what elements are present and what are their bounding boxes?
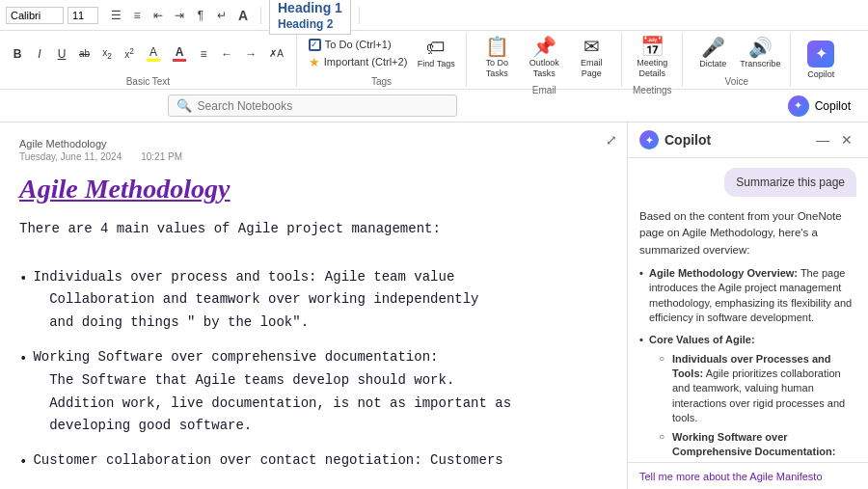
- transcribe-icon: 🔊: [748, 38, 773, 57]
- italic-button[interactable]: I: [30, 45, 49, 63]
- ribbon-main: B I U ab x2 x2 A A ≡ ← → ✗A Basic Tex: [0, 31, 868, 89]
- bullet-item-3: • Customer collaboration over contact ne…: [19, 449, 608, 475]
- copilot-content: ✦ Copilot: [799, 33, 843, 87]
- bullet-text-1: Individuals over process and tools: Agil…: [33, 266, 608, 335]
- dictate-button[interactable]: 🎤 Dictate: [691, 34, 735, 73]
- superscript-button[interactable]: x2: [120, 44, 139, 62]
- sub-2-label: Working Software over Comprehensive Docu…: [672, 431, 835, 457]
- tags-content: To Do (Ctrl+1) ★ Important (Ctrl+2) 🏷 Fi…: [305, 33, 459, 74]
- copilot-minimize-button[interactable]: —: [812, 130, 833, 149]
- copilot-footer-link[interactable]: Tell me more about the Agile Manifesto: [628, 462, 868, 489]
- summarize-bubble[interactable]: Summarize this page: [724, 168, 856, 197]
- bullets-icon[interactable]: ☰: [106, 6, 125, 25]
- decrease-indent-icon[interactable]: ⇤: [149, 6, 168, 25]
- copilot-title-label: Copilot: [665, 132, 711, 148]
- find-tags-button[interactable]: 🏷 Find Tags: [414, 34, 458, 73]
- transcribe-button[interactable]: 🔊 Transcribe: [738, 34, 782, 73]
- star-icon: ★: [309, 55, 320, 69]
- bullet-item-2: • Working Software over comprehensive do…: [19, 346, 608, 438]
- checkbox-icon: [309, 39, 321, 51]
- copilot-body: Summarize this page Based on the content…: [628, 158, 868, 462]
- microphone-icon: 🎤: [701, 38, 725, 57]
- email-page-label: Email Page: [571, 58, 611, 79]
- todo-button[interactable]: To Do (Ctrl+1): [305, 38, 412, 52]
- note-date-value: Tuesday, June 11, 2024: [19, 151, 122, 162]
- bullet-dot-2: •: [19, 348, 27, 438]
- copilot-ribbon-button[interactable]: ✦ Copilot: [799, 37, 843, 84]
- highlight-button[interactable]: A: [142, 43, 165, 64]
- find-tags-label: Find Tags: [418, 59, 455, 69]
- font-size-selector[interactable]: [68, 7, 98, 24]
- note-time-value: 10:21 PM: [141, 151, 182, 162]
- sub-item-1: Individuals over Processes and Tools: Ag…: [659, 352, 856, 426]
- todo-page-icon: 📋: [485, 37, 509, 56]
- email-page-button[interactable]: ✉ Email Page: [569, 33, 613, 83]
- styles-dropdown[interactable]: Heading 1 Heading 2: [269, 0, 351, 35]
- tag-icon: 🏷: [426, 38, 446, 57]
- increase-indent-icon[interactable]: ⇥: [170, 6, 189, 25]
- basic-text-label: Basic Text: [126, 76, 170, 87]
- para-indent-inc[interactable]: →: [240, 45, 261, 63]
- heading1-style[interactable]: Heading 1: [272, 0, 348, 16]
- rtl-icon[interactable]: ↵: [212, 6, 231, 25]
- search-icon: 🔍: [176, 98, 192, 113]
- bullet-text-3: Customer collaboration over contact nego…: [33, 449, 608, 475]
- bullet-3: • Customer collaboration over contact ne…: [19, 449, 608, 475]
- note-date: Tuesday, June 11, 2024 10:21 PM: [19, 151, 608, 162]
- group-meetings: 📅 Meeting Details Meetings: [622, 33, 683, 87]
- search-box[interactable]: 🔍: [168, 95, 457, 117]
- bullet-item-1: • Individuals over process and tools: Ag…: [19, 266, 608, 335]
- font-color-button[interactable]: A: [168, 43, 191, 64]
- copilot-close-button[interactable]: ✕: [837, 130, 856, 149]
- transcribe-label: Transcribe: [740, 59, 780, 69]
- response-list: Agile Methodology Overview: The page int…: [639, 266, 856, 462]
- copilot-nav-label: Copilot: [815, 99, 851, 113]
- separator2: [359, 7, 360, 24]
- ribbon: ☰ ≡ ⇤ ⇥ ¶ ↵ A Heading 1 Heading 2 B I U …: [0, 0, 868, 90]
- strikethrough-button[interactable]: ab: [74, 46, 95, 61]
- meetings-label: Meetings: [633, 85, 672, 95]
- copilot-nav-button[interactable]: ✦ Copilot: [780, 92, 858, 121]
- to-do-page-button[interactable]: 📋 To Do Tasks: [475, 33, 519, 83]
- expand-icon[interactable]: ⤢: [606, 132, 617, 148]
- group-tags: To Do (Ctrl+1) ★ Important (Ctrl+2) 🏷 Fi…: [297, 33, 468, 87]
- para-indent-dec[interactable]: ←: [216, 45, 237, 63]
- group-voice: 🎤 Dictate 🔊 Transcribe Voice: [683, 33, 791, 87]
- heading2-style[interactable]: Heading 2: [272, 16, 348, 32]
- ltr-icon[interactable]: ¶: [191, 6, 210, 25]
- numbered-list-icon[interactable]: ≡: [127, 6, 147, 25]
- outlook-tasks-button[interactable]: 📌 Outlook Tasks: [522, 33, 566, 83]
- group-basic-text: B I U ab x2 x2 A A ≡ ← → ✗A Basic Tex: [0, 33, 297, 87]
- group-copilot: ✦ Copilot: [791, 33, 851, 87]
- search-input[interactable]: [198, 99, 448, 113]
- clear-all-button[interactable]: ✗A: [264, 46, 288, 61]
- note-area[interactable]: Agile Methodology Tuesday, June 11, 2024…: [0, 122, 627, 489]
- email-label: Email: [532, 85, 556, 95]
- outlook-icon: 📌: [532, 37, 556, 56]
- underline-button[interactable]: U: [52, 45, 71, 63]
- meeting-details-button[interactable]: 📅 Meeting Details: [630, 33, 674, 83]
- bold-button[interactable]: B: [8, 45, 27, 63]
- tags-buttons: To Do (Ctrl+1) ★ Important (Ctrl+2): [305, 38, 412, 70]
- basic-text-content: B I U ab x2 x2 A A ≡ ← → ✗A: [8, 33, 288, 74]
- copilot-ribbon-label: Copilot: [807, 69, 834, 80]
- item-2-label: Core Values of Agile:: [649, 334, 755, 345]
- subscript-button[interactable]: x2: [97, 45, 117, 63]
- font-selector[interactable]: [6, 7, 64, 24]
- response-item-2: Core Values of Agile: Individuals over P…: [639, 333, 856, 462]
- outlook-label: Outlook Tasks: [524, 58, 564, 79]
- copilot-actions: — ✕: [812, 130, 856, 149]
- bullet-dot-1: •: [19, 268, 27, 335]
- meeting-details-label: Meeting Details: [632, 58, 672, 79]
- para-align-button[interactable]: ≡: [194, 45, 213, 63]
- copilot-panel: ✦ Copilot — ✕ Summarize this page Based …: [627, 122, 868, 489]
- note-content: There are 4 main values of Agile project…: [19, 218, 608, 475]
- important-button[interactable]: ★ Important (Ctrl+2): [305, 54, 412, 70]
- email-content: 📋 To Do Tasks 📌 Outlook Tasks ✉ Email Pa…: [475, 33, 613, 83]
- todo-page-label: To Do Tasks: [476, 58, 517, 79]
- sub-item-2: Working Software over Comprehensive Docu…: [659, 430, 856, 462]
- copilot-nav-icon: ✦: [788, 95, 809, 117]
- clear-format-icon[interactable]: A: [233, 6, 253, 25]
- copilot-title: ✦ Copilot: [639, 130, 711, 149]
- bullet-dot-3: •: [19, 451, 27, 475]
